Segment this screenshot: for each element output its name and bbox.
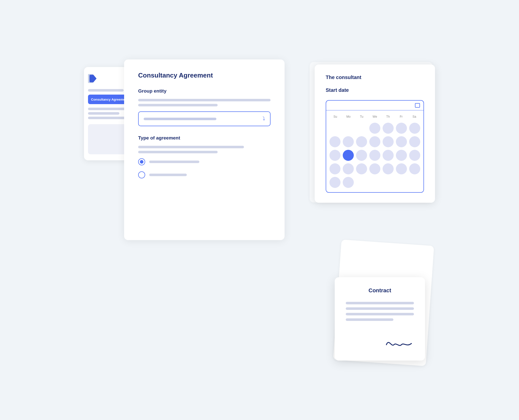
group-entity-description bbox=[138, 99, 271, 106]
cal-day[interactable] bbox=[396, 136, 407, 147]
radio-button-selected[interactable] bbox=[138, 158, 145, 165]
cal-day[interactable] bbox=[329, 177, 340, 188]
cal-day-empty bbox=[369, 177, 380, 188]
cal-day-empty bbox=[343, 123, 354, 134]
cal-day[interactable] bbox=[329, 150, 340, 161]
cal-day[interactable] bbox=[396, 123, 407, 134]
logo-front bbox=[90, 75, 97, 82]
day-header-mo: Mo bbox=[342, 114, 355, 119]
radio-option-label bbox=[149, 161, 199, 163]
cal-day[interactable] bbox=[329, 136, 340, 147]
page-title: Consultancy Agreement bbox=[138, 72, 271, 79]
start-date-label: Start date bbox=[326, 87, 424, 93]
cal-day[interactable] bbox=[369, 163, 380, 174]
cal-day-empty bbox=[409, 177, 420, 188]
cal-day-empty bbox=[356, 177, 367, 188]
day-header-tu: Tu bbox=[355, 114, 368, 119]
cal-day[interactable] bbox=[409, 123, 420, 134]
cal-day[interactable] bbox=[369, 123, 380, 134]
type-of-agreement-options bbox=[138, 158, 271, 178]
contract-line bbox=[346, 302, 414, 304]
group-entity-dropdown[interactable]: ⤵ bbox=[138, 111, 271, 126]
cal-day[interactable] bbox=[369, 150, 380, 161]
cal-day[interactable] bbox=[383, 136, 394, 147]
cal-day[interactable] bbox=[396, 150, 407, 161]
app-logo bbox=[88, 73, 99, 84]
contract-line bbox=[346, 318, 393, 321]
sidebar-line bbox=[88, 117, 126, 119]
radio-option-2[interactable] bbox=[138, 171, 271, 178]
cal-day[interactable] bbox=[383, 123, 394, 134]
form-line bbox=[138, 151, 218, 153]
dropdown-placeholder bbox=[144, 118, 216, 120]
sidebar-line bbox=[88, 108, 128, 110]
calendar-header: Su Mo Tu We Th Fr Sa bbox=[329, 114, 421, 119]
day-header-su: Su bbox=[329, 114, 342, 119]
cal-day-empty bbox=[396, 177, 407, 188]
signature-area bbox=[346, 331, 414, 348]
form-line bbox=[138, 146, 244, 148]
contract-content-lines bbox=[346, 302, 414, 321]
cal-day[interactable] bbox=[383, 150, 394, 161]
form-line bbox=[138, 99, 271, 101]
contract-title: Contract bbox=[346, 287, 414, 294]
cal-day[interactable] bbox=[356, 163, 367, 174]
cal-day[interactable] bbox=[343, 163, 354, 174]
sidebar-nav-line bbox=[88, 89, 124, 92]
contract-card: Contract bbox=[335, 277, 425, 361]
cal-day-empty bbox=[383, 177, 394, 188]
day-header-sa: Sa bbox=[408, 114, 421, 119]
day-header-fr: Fr bbox=[395, 114, 408, 119]
cal-day[interactable] bbox=[409, 150, 420, 161]
cal-day[interactable] bbox=[343, 177, 354, 188]
contract-line bbox=[346, 307, 414, 310]
contract-line bbox=[346, 313, 414, 315]
cal-day[interactable] bbox=[396, 163, 407, 174]
chevron-down-icon: ⤵ bbox=[263, 116, 265, 122]
type-of-agreement-label: Type of agreement bbox=[138, 135, 271, 141]
sidebar-line bbox=[88, 112, 119, 115]
cal-day-selected[interactable] bbox=[343, 150, 354, 161]
cal-day[interactable] bbox=[369, 136, 380, 147]
cal-day-empty bbox=[329, 123, 340, 134]
cal-day[interactable] bbox=[356, 136, 367, 147]
radio-option-1[interactable] bbox=[138, 158, 271, 165]
calendar-grid: Su Mo Tu We Th Fr Sa bbox=[326, 110, 423, 192]
calendar-icon[interactable] bbox=[415, 103, 420, 108]
signature-icon bbox=[384, 336, 414, 348]
cal-day[interactable] bbox=[356, 150, 367, 161]
radio-option-label bbox=[149, 174, 187, 176]
radio-button-unselected[interactable] bbox=[138, 171, 145, 178]
calendar-card: The consultant Start date Su Mo Tu We Th… bbox=[315, 64, 435, 203]
calendar-widget[interactable]: Su Mo Tu We Th Fr Sa bbox=[326, 100, 424, 193]
calendar-body bbox=[329, 122, 421, 189]
group-entity-label: Group entity bbox=[138, 88, 271, 94]
day-header-we: We bbox=[368, 114, 382, 119]
cal-day[interactable] bbox=[383, 163, 394, 174]
day-header-th: Th bbox=[381, 114, 395, 119]
type-of-agreement-description bbox=[138, 146, 271, 153]
cal-day[interactable] bbox=[409, 136, 420, 147]
form-line bbox=[138, 104, 218, 106]
cal-day[interactable] bbox=[329, 163, 340, 174]
calendar-input-row[interactable] bbox=[326, 101, 423, 110]
main-form-card: Consultancy Agreement Group entity ⤵ Typ… bbox=[124, 59, 285, 240]
consultant-section-title: The consultant bbox=[326, 75, 424, 80]
cal-day[interactable] bbox=[343, 136, 354, 147]
cal-day[interactable] bbox=[409, 163, 420, 174]
cal-day-empty bbox=[356, 123, 367, 134]
scene: Consultancy Agreement Consultancy Agreem… bbox=[84, 59, 435, 361]
